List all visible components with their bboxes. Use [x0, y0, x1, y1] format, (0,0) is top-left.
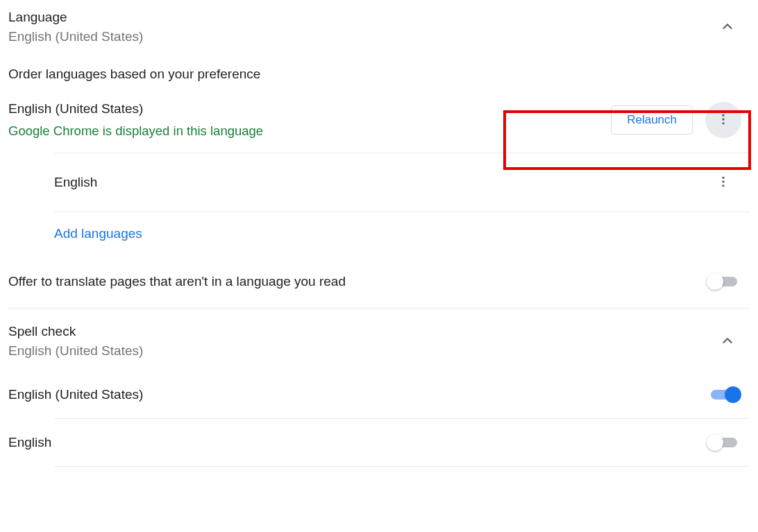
- spellcheck-section-header[interactable]: Spell check English (United States): [8, 309, 750, 371]
- order-languages-heading: Order languages based on your preference: [8, 57, 750, 87]
- toggle-knob: [707, 434, 723, 451]
- spellcheck-subtitle: English (United States): [8, 343, 143, 359]
- divider: [54, 466, 750, 467]
- spellcheck-item: English (United States): [8, 371, 750, 418]
- svg-point-5: [722, 185, 724, 187]
- language-section-header[interactable]: Language English (United States): [8, 0, 750, 57]
- language-item-more-button[interactable]: [705, 164, 741, 200]
- svg-point-3: [722, 176, 724, 178]
- more-vertical-icon: [716, 112, 730, 128]
- svg-point-0: [722, 114, 724, 116]
- relaunch-button[interactable]: Relaunch: [611, 105, 693, 135]
- add-languages-link[interactable]: Add languages: [8, 212, 750, 255]
- language-item-name: English (United States): [8, 101, 263, 117]
- translate-toggle[interactable]: [707, 273, 741, 290]
- language-item-name: English: [54, 175, 97, 190]
- spellcheck-item-toggle[interactable]: [707, 434, 741, 451]
- language-item-more-button[interactable]: [705, 102, 741, 138]
- toggle-knob: [725, 386, 741, 403]
- language-title: Language: [8, 10, 143, 25]
- translate-row: Offer to translate pages that aren't in …: [8, 255, 750, 309]
- spellcheck-item-toggle[interactable]: [707, 386, 741, 403]
- svg-point-4: [722, 180, 724, 182]
- spellcheck-item-name: English (United States): [8, 387, 143, 402]
- svg-point-2: [722, 122, 724, 124]
- language-collapse-button[interactable]: [714, 13, 741, 41]
- chevron-up-icon: [720, 333, 735, 350]
- toggle-knob: [707, 273, 723, 290]
- language-item: English (United States) Google Chrome is…: [8, 87, 750, 153]
- spellcheck-item: English: [8, 419, 750, 466]
- chevron-up-icon: [720, 19, 735, 36]
- spellcheck-item-name: English: [8, 435, 51, 450]
- more-vertical-icon: [716, 175, 730, 191]
- language-item-note: Google Chrome is displayed in this langu…: [8, 123, 263, 139]
- language-item: English: [8, 153, 750, 212]
- spellcheck-collapse-button[interactable]: [714, 327, 741, 355]
- spellcheck-title: Spell check: [8, 324, 143, 339]
- svg-point-1: [722, 118, 724, 120]
- language-subtitle: English (United States): [8, 29, 143, 44]
- translate-label: Offer to translate pages that aren't in …: [8, 274, 346, 289]
